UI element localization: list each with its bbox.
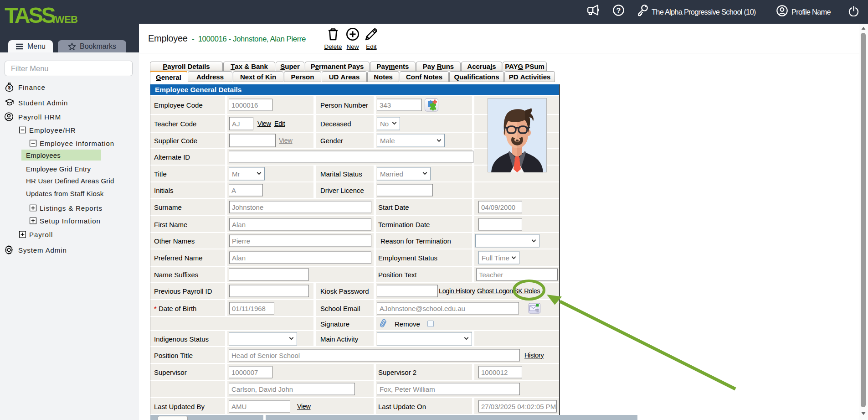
svg-text:?: ? [616,7,621,15]
svg-text:.WEB: .WEB [52,14,77,25]
svg-text:$: $ [8,85,11,90]
svg-text:TASS: TASS [5,5,55,26]
